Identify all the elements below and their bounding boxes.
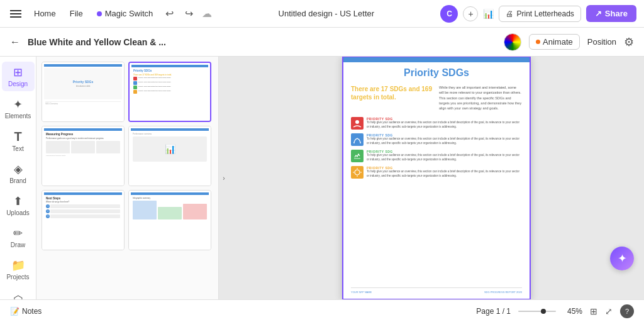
hero-heading: There are 17 SDGs and 169 targets in tot… xyxy=(351,85,434,101)
notes-icon: 📝 xyxy=(10,307,19,316)
elements-icon: ✦ xyxy=(13,97,23,111)
sdg-text-1: PRIORITY SDG To help give your audience … xyxy=(367,117,522,129)
footer-left: YOUR NFP NAME xyxy=(351,291,372,294)
sidebar-item-uploads[interactable]: ⬆ Uploads xyxy=(2,191,35,220)
apps-icon: ⬡ xyxy=(13,293,23,299)
topbar-left: Home File Magic Switch ↩ ↪ ☁ xyxy=(8,5,212,22)
avatar: C xyxy=(440,5,458,23)
main-area: ⊞ Design ✦ Elements T Text ◈ Brand ⬆ Upl… xyxy=(0,57,644,299)
animate-label: Animate xyxy=(543,37,573,47)
sidebar-label-elements: Elements xyxy=(5,113,31,119)
printer-icon: 🖨 xyxy=(506,9,513,18)
sdg-desc-4: To help give your audience an overview, … xyxy=(367,170,522,178)
thumbnail-2[interactable]: Priority SDGs There are 17 SDGs and 169 … xyxy=(128,62,211,122)
topbar-right: C + 📊 🖨 Print Letterheads ↗ Share xyxy=(440,5,636,23)
sidebar-item-text[interactable]: T Text xyxy=(2,126,35,156)
canvas-wrapper: ↻ Priority SDGs There are 17 SDGs and 16… xyxy=(342,57,531,299)
left-sidebar: ⊞ Design ✦ Elements T Text ◈ Brand ⬆ Upl… xyxy=(0,57,36,299)
sidebar-item-elements[interactable]: ✦ Elements xyxy=(2,94,35,123)
secondary-toolbar: ← Blue White and Yellow Clean & ... Anim… xyxy=(0,28,644,57)
sdg-icon-4 xyxy=(351,166,364,179)
notes-label: Notes xyxy=(22,307,42,316)
thumbnail-6[interactable]: Infographic summary xyxy=(128,190,211,250)
filter-icon-btn[interactable]: ⚙ xyxy=(624,35,634,49)
sidebar-item-projects[interactable]: 📁 Projects xyxy=(2,255,35,284)
share-icon: ↗ xyxy=(595,9,602,18)
uploads-icon: ⬆ xyxy=(13,194,23,208)
home-nav[interactable]: Home xyxy=(30,6,60,21)
animate-button[interactable]: Animate xyxy=(529,34,580,50)
svg-point-0 xyxy=(355,120,359,124)
file-nav[interactable]: File xyxy=(66,6,87,21)
document-title[interactable]: Untitled design - US Letter xyxy=(279,9,374,18)
position-button[interactable]: Position xyxy=(587,37,616,47)
sdg-desc-3: To help give your audience an overview, … xyxy=(367,153,522,162)
undo-button[interactable]: ↩ xyxy=(163,5,176,22)
sdg-icon-1 xyxy=(351,117,364,130)
sdg-item-1: PRIORITY SDG To help give your audience … xyxy=(351,117,522,130)
hamburger-icon[interactable] xyxy=(8,8,24,20)
print-label: Print Letterheads xyxy=(516,9,574,18)
sidebar-label-projects: Projects xyxy=(6,274,29,280)
topbar-center: Untitled design - US Letter xyxy=(217,9,435,18)
sidebar-label-draw: Draw xyxy=(11,242,25,248)
add-collaborator-button[interactable]: + xyxy=(463,6,478,21)
draw-icon: ✏ xyxy=(13,226,23,240)
panel-area: Priority SDGs Introduction slide SDG Ove… xyxy=(36,57,219,299)
animate-dot-icon xyxy=(536,40,540,44)
hero-heading-area: There are 17 SDGs and 169 targets in tot… xyxy=(351,85,434,111)
back-button[interactable]: ← xyxy=(10,36,20,48)
sdg-desc-2: To help give your audience an overview, … xyxy=(367,137,522,145)
grid-view-button[interactable]: ⊞ xyxy=(590,306,597,316)
sdg-text-2: PRIORITY SDG To help give your audience … xyxy=(367,133,522,145)
sidebar-label-brand: Brand xyxy=(9,177,26,184)
top-bar: Home File Magic Switch ↩ ↪ ☁ Untitled de… xyxy=(0,0,644,28)
thumbnail-5[interactable]: Next Steps Where do we go from here? 1 2… xyxy=(42,190,125,250)
zoom-controls: 45% xyxy=(518,307,582,316)
magic-ball-button[interactable]: ✦ xyxy=(610,247,634,270)
hero-body-area: While they are all important and interre… xyxy=(439,85,522,111)
page-content: Priority SDGs There are 17 SDGs and 169 … xyxy=(343,57,530,299)
brand-icon: ◈ xyxy=(14,162,23,176)
canvas-area: ↻ Priority SDGs There are 17 SDGs and 16… xyxy=(229,57,644,299)
sdg-item-4: PRIORITY SDG To help give your audience … xyxy=(351,166,522,179)
sdg-icon-2 xyxy=(351,133,364,146)
bottom-bar: 📝 Notes Page 1 / 1 45% ⊞ ⤢ ? xyxy=(0,299,644,322)
magic-switch-label: Magic Switch xyxy=(105,9,153,18)
design-icon: ⊞ xyxy=(13,65,23,79)
chevron-left-icon: › xyxy=(223,175,225,182)
color-swatch[interactable] xyxy=(504,33,521,51)
zoom-percentage: 45% xyxy=(560,307,582,316)
thumbnail-4[interactable]: Performance overview 📊 xyxy=(128,126,211,186)
sidebar-item-apps[interactable]: ⬡ Apps xyxy=(2,289,35,299)
sdg-desc-1: To help give your audience an overview, … xyxy=(367,121,522,129)
panel-toggle[interactable]: › xyxy=(219,57,229,299)
canvas-page[interactable]: Priority SDGs There are 17 SDGs and 169 … xyxy=(342,57,531,299)
sidebar-item-brand[interactable]: ◈ Brand xyxy=(2,158,35,188)
footer-right: SDG PROGRESS REPORT 2020 xyxy=(484,291,522,294)
notes-button[interactable]: 📝 Notes xyxy=(10,307,42,316)
sdg-icon-3 xyxy=(351,150,364,162)
fullscreen-button[interactable]: ⤢ xyxy=(605,306,613,316)
redo-button[interactable]: ↪ xyxy=(182,5,196,22)
svg-point-4 xyxy=(355,170,360,175)
zoom-slider[interactable] xyxy=(518,311,556,312)
hero-body: While they are all important and interre… xyxy=(439,86,521,110)
sidebar-item-design[interactable]: ⊞ Design xyxy=(2,62,35,91)
sidebar-label-design: Design xyxy=(8,80,28,87)
page-hero-section: There are 17 SDGs and 169 targets in tot… xyxy=(351,85,522,111)
sdg-item-3: PRIORITY SDG To help give your audience … xyxy=(351,150,522,162)
thumbnail-3[interactable]: Measuring Progress Performance goals are… xyxy=(42,126,125,186)
cloud-icon: ☁ xyxy=(202,8,212,19)
thumbnail-1[interactable]: Priority SDGs Introduction slide SDG Ove… xyxy=(42,62,125,122)
magic-switch-btn[interactable]: Magic Switch xyxy=(93,6,157,21)
help-button[interactable]: ? xyxy=(620,304,634,318)
sidebar-item-draw[interactable]: ✏ Draw xyxy=(2,223,35,252)
print-button[interactable]: 🖨 Print Letterheads xyxy=(499,6,580,22)
analytics-icon[interactable]: 📊 xyxy=(483,9,494,19)
share-button[interactable]: ↗ Share xyxy=(586,5,636,22)
magic-dot-icon xyxy=(97,11,102,16)
zoom-line xyxy=(518,311,556,312)
magic-ball-icon: ✦ xyxy=(618,252,627,265)
text-icon: T xyxy=(14,130,21,144)
